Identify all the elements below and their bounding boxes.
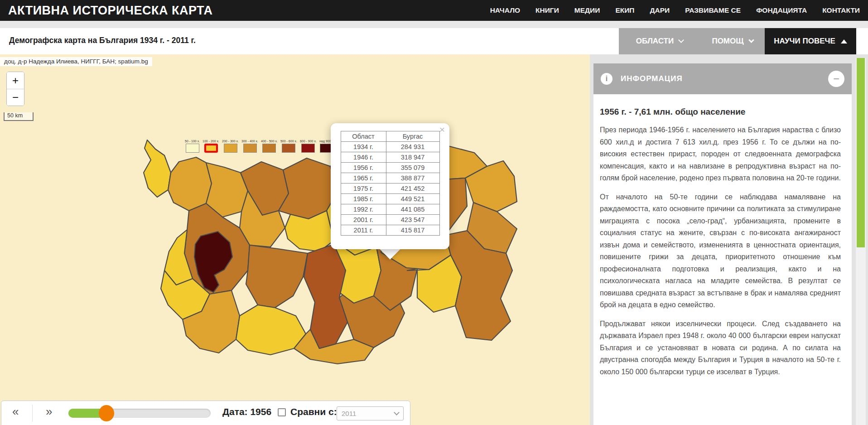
compare-checkbox[interactable] — [278, 408, 286, 416]
info-heading: 1956 г. - 7,61 млн. общо население — [600, 107, 841, 117]
map-attribution: доц. д-р Надежда Илиева, НИГГГ, БАН; spa… — [0, 57, 152, 66]
nav-item[interactable]: НАЧАЛО — [490, 6, 520, 14]
collapse-button[interactable]: − — [828, 71, 844, 87]
areas-button-label: ОБЛАСТИ — [636, 37, 674, 46]
learn-more-button[interactable]: НАУЧИ ПОВЕЧЕ — [765, 28, 856, 54]
zoom-in-button[interactable]: + — [7, 72, 24, 89]
year-cell: Област — [341, 131, 386, 142]
legend-item[interactable]: 200 - 300 х. — [222, 140, 239, 153]
legend-label: 200 - 300 х. — [222, 140, 239, 143]
value-cell: 318 947 — [386, 152, 439, 163]
top-navbar: АКТИВНА ИСТОРИЧЕСКА КАРТА НАЧАЛОКНИГИМЕД… — [0, 0, 868, 21]
nav-item[interactable]: КНИГИ — [535, 6, 559, 14]
map-canvas[interactable]: доц. д-р Надежда Илиева, НИГГГ, БАН; spa… — [0, 54, 590, 425]
table-row: 1934 г.284 931 — [341, 142, 439, 152]
value-cell: 421 452 — [386, 184, 439, 194]
popup-table: ОбластБургас1934 г.284 9311946 г.318 947… — [341, 131, 440, 236]
info-panel: i ИНФОРМАЦИЯ − 1956 г. - 7,61 млн. общо … — [593, 63, 852, 425]
year-cell: 1975 г. — [341, 184, 386, 194]
zoom-control: + − — [6, 72, 24, 106]
info-paragraph: От началото на 50-те години се наблюдава… — [600, 191, 841, 311]
info-paragraph: Продължават някои изселнически процеси. … — [600, 318, 841, 378]
table-row: 1956 г.355 079 — [341, 163, 439, 173]
close-icon[interactable]: × — [439, 124, 445, 135]
compare-label: Сравни с: — [290, 406, 337, 417]
region-popup: × ОбластБургас1934 г.284 9311946 г.318 9… — [331, 123, 449, 249]
zoom-out-button[interactable]: − — [7, 89, 24, 106]
table-row: 1985 г.449 521 — [341, 194, 439, 204]
year-cell: 1992 г. — [341, 204, 386, 215]
nav-item[interactable]: ФОНДАЦИЯТА — [756, 6, 807, 14]
value-cell: 449 521 — [386, 194, 439, 204]
legend-label: 600 - 900 х. — [300, 140, 317, 143]
popup-table-body: ОбластБургас1934 г.284 9311946 г.318 947… — [341, 131, 439, 236]
table-row: 2001 г.423 547 — [341, 215, 439, 225]
nav-item[interactable]: ЕКИП — [615, 6, 634, 14]
value-cell: 441 085 — [386, 204, 439, 215]
map-region-montana[interactable] — [168, 157, 212, 211]
timeline-next-button[interactable]: » — [46, 405, 52, 419]
table-row: 1965 г.388 877 — [341, 173, 439, 184]
legend-label: 100 - 200 х. — [203, 140, 219, 143]
help-button[interactable]: ПОМОЩ — [700, 28, 765, 54]
table-row: 1946 г.318 947 — [341, 152, 439, 163]
nav-item[interactable]: МЕДИИ — [574, 6, 600, 14]
info-paragraph: През периода 1946-1956 г. населението на… — [600, 124, 841, 184]
legend-swatch — [301, 144, 315, 153]
learn-more-button-label: НАУЧИ ПОВЕЧЕ — [774, 37, 835, 46]
compare-year-select[interactable]: 2011 — [337, 406, 404, 420]
timeline-slider-handle[interactable] — [99, 405, 114, 421]
nav-item[interactable]: ДАРИ — [650, 6, 670, 14]
legend-swatch — [224, 144, 237, 153]
year-cell: 1934 г. — [341, 142, 386, 152]
legend-swatch — [282, 144, 295, 153]
site-title: АКТИВНА ИСТОРИЧЕСКА КАРТА — [8, 4, 212, 18]
timeline-slider[interactable] — [68, 409, 211, 418]
value-cell: 284 931 — [386, 142, 439, 152]
table-row: 1992 г.441 085 — [341, 204, 439, 215]
legend-item[interactable]: 600 - 900 х. — [300, 140, 317, 153]
nav-item[interactable]: РАЗВИВАМЕ СЕ — [685, 6, 741, 14]
map-legend: 50 - 100 х.100 - 200 х.200 - 300 х.300 -… — [185, 140, 334, 153]
chevron-down-icon — [748, 37, 754, 43]
areas-button[interactable]: ОБЛАСТИ — [619, 28, 700, 54]
page-title: Демографска карта на България 1934 г. - … — [9, 36, 196, 45]
info-paragraphs: През периода 1946-1956 г. населението на… — [600, 124, 841, 378]
bulgaria-choropleth-map[interactable] — [128, 134, 518, 365]
value-cell: 415 817 — [386, 225, 439, 236]
chevron-down-icon — [678, 37, 684, 43]
app: АКТИВНА ИСТОРИЧЕСКА КАРТА НАЧАЛОКНИГИМЕД… — [0, 0, 868, 425]
legend-item[interactable]: 50 - 100 х. — [185, 140, 200, 153]
nav-item[interactable]: КОНТАКТИ — [822, 6, 860, 14]
table-row: 1975 г.421 452 — [341, 184, 439, 194]
legend-item[interactable]: 500 - 600 х. — [280, 140, 297, 153]
panel-scrollbar[interactable] — [856, 58, 866, 425]
year-cell: 2001 г. — [341, 215, 386, 225]
legend-item[interactable]: 400 - 500 х. — [261, 140, 278, 153]
info-panel-title: ИНФОРМАЦИЯ — [621, 74, 828, 83]
timeline-prev-button[interactable]: « — [12, 405, 19, 419]
date-label: Дата: 1956 — [222, 406, 271, 417]
table-row: 2011 г.415 817 — [341, 225, 439, 236]
map-region-vidin[interactable] — [144, 140, 171, 197]
year-cell: 1985 г. — [341, 194, 386, 204]
year-cell: 2011 г. — [341, 225, 386, 236]
legend-label: 300 - 400 х. — [241, 140, 258, 143]
legend-swatch — [204, 144, 218, 153]
year-cell: 1946 г. — [341, 152, 386, 163]
table-row: ОбластБургас — [341, 131, 439, 142]
panel-scrollbar-thumb[interactable] — [857, 58, 865, 247]
value-cell: Бургас — [386, 131, 439, 142]
timeline-divider — [32, 405, 33, 422]
legend-label: 400 - 500 х. — [261, 140, 278, 143]
header-divider — [0, 21, 868, 28]
navbar-menu: НАЧАЛОКНИГИМЕДИИЕКИПДАРИРАЗВИВАМЕ СЕФОНД… — [490, 6, 860, 14]
legend-swatch — [186, 144, 199, 153]
scale-bar: 50 km — [4, 112, 34, 121]
legend-item[interactable]: 300 - 400 х. — [241, 140, 258, 153]
year-cell: 1965 г. — [341, 173, 386, 184]
legend-item[interactable]: 100 - 200 х. — [203, 140, 219, 153]
legend-label: 50 - 100 х. — [185, 140, 200, 143]
legend-swatch — [262, 144, 276, 153]
map-region-pazardzhik[interactable] — [246, 245, 308, 308]
